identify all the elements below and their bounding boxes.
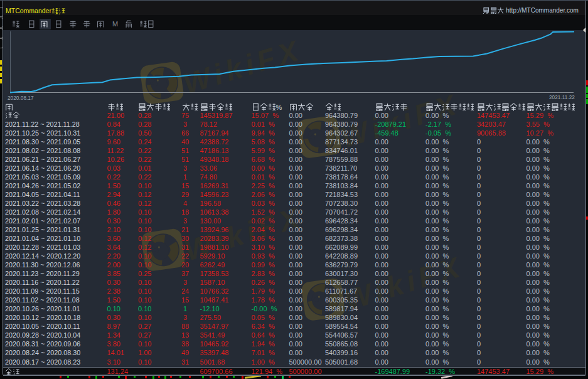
svg-text:WikiFX: WikiFX (179, 33, 306, 100)
